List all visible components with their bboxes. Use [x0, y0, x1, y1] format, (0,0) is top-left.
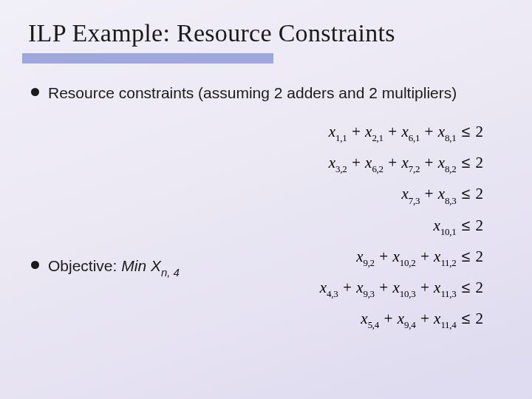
- rhs: 2: [471, 248, 483, 265]
- var: + x: [420, 154, 445, 171]
- var: + x: [375, 279, 400, 296]
- sub: 8,3: [445, 195, 456, 206]
- var: + x: [415, 279, 440, 296]
- var: + x: [379, 310, 404, 327]
- sub: 11,4: [440, 319, 456, 330]
- rhs: 2: [471, 216, 483, 234]
- var: + x: [420, 185, 445, 202]
- rhs: 2: [471, 279, 483, 296]
- rhs: 2: [471, 310, 483, 327]
- title-underline: [22, 53, 273, 64]
- bullet-1: Resource constraints (assuming 2 adders …: [31, 83, 457, 103]
- var: x: [434, 216, 440, 234]
- constraint-row-2: x3,2 + x6,2 + x7,2 + x8,2 ≤ 2: [217, 154, 483, 174]
- bullet-icon: [31, 261, 39, 269]
- sub: 9,4: [404, 319, 415, 330]
- bullet-2-text: Objective: Min Xn, 4: [48, 256, 180, 279]
- var: + x: [375, 248, 400, 265]
- constraint-row-6: x4,3 + x9,3 + x10,3 + x11,3 ≤ 2: [217, 279, 483, 299]
- var: + x: [415, 310, 440, 327]
- var: + x: [347, 123, 372, 140]
- sub: 1,1: [335, 132, 347, 143]
- sub: 3,2: [335, 163, 347, 174]
- rhs: 2: [471, 123, 483, 140]
- bullet-1-text: Resource constraints (assuming 2 adders …: [48, 83, 457, 103]
- bullet-icon: [31, 88, 39, 96]
- rhs: 2: [471, 154, 483, 171]
- var: x: [329, 154, 335, 171]
- sub: 10,3: [400, 288, 416, 299]
- leq-icon: ≤: [460, 279, 472, 296]
- rhs: 2: [471, 185, 483, 202]
- var: + x: [420, 123, 445, 140]
- bullet-2: Objective: Min Xn, 4: [31, 256, 180, 279]
- constraint-row-7: x5,4 + x9,4 + x11,4 ≤ 2: [217, 310, 483, 330]
- leq-icon: ≤: [460, 123, 472, 140]
- sub: 9,3: [363, 288, 374, 299]
- var: x: [320, 279, 327, 296]
- sub: 7,2: [409, 163, 420, 174]
- leq-icon: ≤: [460, 310, 472, 327]
- leq-icon: ≤: [460, 154, 472, 171]
- var: + x: [383, 123, 409, 140]
- objective-expr: Min X: [121, 257, 161, 274]
- sub: 10,1: [440, 226, 457, 237]
- var: x: [329, 123, 335, 140]
- constraint-row-5: x9,2 + x10,2 + x11,2 ≤ 2: [217, 248, 483, 268]
- constraint-row-3: x7,3 + x8,3 ≤ 2: [217, 185, 483, 205]
- sub: 6,1: [409, 132, 420, 143]
- constraint-row-4: x10,1 ≤ 2: [217, 216, 483, 237]
- constraint-equations: x1,1 + x2,1 + x6,1 + x8,1 ≤ 2 x3,2 + x6,…: [217, 123, 483, 330]
- sub: 11,3: [440, 288, 456, 299]
- sub: 7,3: [409, 195, 420, 206]
- var: + x: [347, 154, 372, 171]
- sub: 8,1: [445, 132, 456, 143]
- objective-sub: n, 4: [161, 266, 180, 279]
- var: + x: [383, 154, 409, 171]
- leq-icon: ≤: [460, 248, 472, 265]
- sub: 6,2: [372, 163, 383, 174]
- sub: 9,2: [363, 257, 374, 268]
- sub: 11,2: [440, 257, 456, 268]
- sub: 10,2: [400, 257, 416, 268]
- slide-title: ILP Example: Resource Constraints: [28, 19, 395, 47]
- var: + x: [338, 279, 363, 296]
- var: x: [401, 185, 408, 202]
- sub: 4,3: [327, 288, 338, 299]
- var: x: [361, 310, 367, 327]
- leq-icon: ≤: [460, 216, 472, 233]
- sub: 8,2: [445, 163, 456, 174]
- sub: 5,4: [368, 319, 379, 330]
- sub: 2,1: [372, 132, 383, 143]
- objective-label: Objective:: [48, 257, 121, 274]
- leq-icon: ≤: [460, 185, 472, 202]
- var: + x: [415, 248, 440, 265]
- constraint-row-1: x1,1 + x2,1 + x6,1 + x8,1 ≤ 2: [217, 123, 483, 143]
